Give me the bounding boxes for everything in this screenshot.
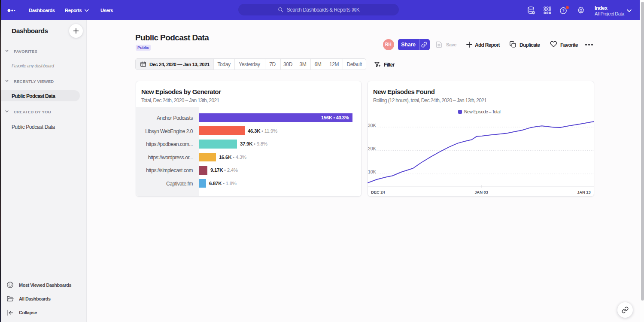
svg-text:?: ? [562, 8, 565, 13]
